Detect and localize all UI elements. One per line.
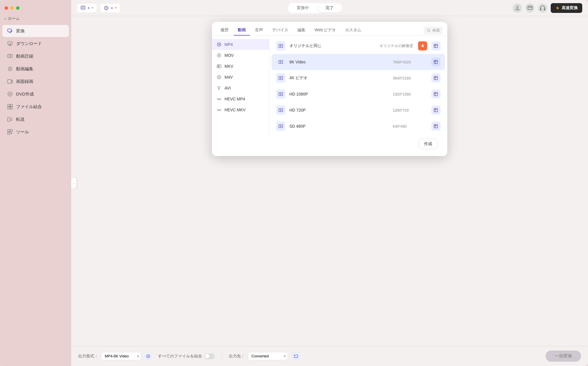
format-search[interactable]: 検索 [424, 26, 443, 34]
search-placeholder: 検索 [432, 28, 440, 33]
dvd-icon [7, 91, 13, 97]
output-format-select-wrapper: MP4-8K Video [101, 352, 141, 360]
svg-point-25 [217, 54, 221, 57]
batch-convert-button[interactable]: 一括変換 [546, 351, 581, 362]
option-hd1080[interactable]: HD 1080P 1920*1080 [272, 86, 445, 102]
option-res-8k: 7680*4320 [393, 60, 427, 64]
format-tab-edit[interactable]: 編集 [293, 25, 310, 36]
format-item-mov[interactable]: MOV [212, 50, 269, 61]
format-picker: 履歴 動画 音声 デバイス 編集 Web ビデオ カスタム 検索 [212, 22, 447, 156]
create-button[interactable]: 作成 [418, 139, 438, 149]
sidebar: ‹ ホーム 変換 ダウンロード [0, 0, 71, 366]
format-tab-history[interactable]: 履歴 [216, 25, 233, 36]
avatar-icon[interactable] [513, 3, 522, 13]
option-label-sd480: SD 480P [289, 124, 389, 129]
sidebar-item-tools[interactable]: ツール [2, 126, 69, 138]
minimize-button[interactable] [10, 6, 14, 10]
svg-rect-8 [8, 104, 10, 107]
format-tab-custom[interactable]: カスタム [341, 25, 365, 36]
convert-label: 変換 [16, 28, 25, 34]
merge-label: すべてのファイルを結合 [158, 354, 202, 359]
format-tab-video[interactable]: 動画 [234, 25, 250, 36]
download-icon [7, 40, 13, 47]
sidebar-item-edit[interactable]: 動画編集 [2, 63, 69, 75]
notification-icon[interactable] [525, 3, 535, 13]
output-format-select[interactable]: MP4-8K Video [101, 352, 141, 360]
back-home-button[interactable]: ‹ ホーム [0, 14, 71, 25]
format-label-mp4: MP4 [225, 42, 233, 47]
sidebar-item-record[interactable]: 画面録画 [2, 75, 69, 87]
format-item-mkv[interactable]: MKV [212, 61, 269, 72]
output-format-field: 出力形式： MP4-8K Video [78, 352, 152, 360]
svg-point-26 [219, 55, 220, 56]
maximize-button[interactable] [16, 6, 20, 10]
output-format-icon[interactable] [144, 352, 152, 360]
close-button[interactable] [5, 6, 8, 10]
format-item-mp4[interactable]: MP4 [212, 39, 269, 50]
option-settings-8k[interactable] [431, 57, 440, 67]
option-settings-sd480[interactable] [431, 122, 440, 131]
svg-rect-33 [434, 60, 438, 64]
format-item-m4v[interactable]: M4V [212, 72, 269, 83]
main-content: ＋ ▾ ＋ ▾ 変換中 完了 [71, 0, 588, 366]
output-dest-select-wrapper: Converted [248, 352, 288, 360]
format-tab-webvideo[interactable]: Web ビデオ [311, 25, 340, 36]
format-label-hevc-mkv: HEVC MKV [225, 108, 245, 112]
sidebar-item-compress[interactable]: 動画圧縮 [2, 50, 69, 62]
headset-icon[interactable] [538, 3, 547, 13]
option-settings-same[interactable] [431, 41, 440, 50]
svg-rect-14 [10, 130, 13, 132]
svg-rect-31 [434, 44, 438, 48]
svg-point-43 [148, 356, 149, 357]
output-dest-select[interactable]: Converted [248, 352, 288, 360]
sidebar-item-dvd[interactable]: DVD作成 [2, 88, 69, 100]
fast-convert-button[interactable]: 高速変換 [551, 3, 582, 13]
option-icon-sd480 [276, 122, 285, 131]
option-4k[interactable]: 4K ビデオ 3840*2160 [272, 70, 445, 86]
merge-files-toggle: すべてのファイルを結合 [158, 353, 215, 359]
tab-done[interactable]: 完了 [318, 4, 342, 12]
topbar-right [513, 3, 547, 13]
option-sd480[interactable]: SD 480P 640*480 [272, 118, 445, 134]
option-hd720[interactable]: HD 720P 1280*720 [272, 102, 445, 118]
sidebar-item-download[interactable]: ダウンロード [2, 38, 69, 50]
svg-rect-11 [10, 107, 13, 109]
add-video-button[interactable]: ＋ ▾ [77, 4, 97, 12]
svg-point-3 [9, 55, 11, 57]
sidebar-item-convert[interactable]: 変換 [2, 25, 69, 37]
merge-switch[interactable] [204, 353, 215, 359]
format-tab-audio[interactable]: 音声 [251, 25, 267, 36]
format-item-hevc-mkv[interactable]: HEVC MKV [212, 104, 269, 115]
option-icon-same [276, 41, 285, 50]
format-label-mov: MOV [225, 53, 234, 58]
svg-rect-15 [8, 132, 10, 135]
format-item-avi[interactable]: AVI [212, 83, 269, 94]
svg-rect-10 [8, 107, 10, 109]
folder-browse-button[interactable] [292, 352, 300, 360]
content-area: 履歴 動画 音声 デバイス 編集 Web ビデオ カスタム 検索 [71, 16, 588, 346]
separator [222, 353, 222, 360]
edit-label: 動画編集 [16, 66, 33, 72]
add-audio-button[interactable]: ＋ ▾ [100, 4, 120, 12]
option-settings-hd1080[interactable] [431, 89, 440, 99]
sidebar-collapse-button[interactable]: ‹ [71, 178, 76, 188]
option-icon-hd720 [276, 106, 285, 115]
dvd-label: DVD作成 [16, 92, 34, 97]
option-settings-4k[interactable] [431, 73, 440, 83]
sidebar-item-merge[interactable]: ファイル結合 [2, 101, 69, 113]
option-same-as-original[interactable]: オリジナルと同じ オリジナルの解像度 [272, 38, 445, 54]
format-item-hevc-mp4[interactable]: HEVC MP4 [212, 94, 269, 104]
option-res-hd720: 1280*720 [393, 108, 427, 112]
format-options: オリジナルと同じ オリジナルの解像度 [269, 38, 447, 134]
option-rocket-same[interactable] [418, 41, 427, 50]
format-tab-device[interactable]: デバイス [268, 25, 292, 36]
tab-converting[interactable]: 変換中 [289, 4, 317, 12]
format-label-hevc-mp4: HEVC MP4 [225, 97, 245, 101]
sidebar-item-transfer[interactable]: 転送 [2, 113, 69, 125]
option-res-hd1080: 1920*1080 [393, 92, 427, 96]
option-label-hd720: HD 720P [289, 108, 389, 112]
option-settings-hd720[interactable] [431, 106, 440, 115]
tab-toggle: 変換中 完了 [288, 3, 343, 13]
svg-rect-27 [217, 65, 221, 68]
option-8k[interactable]: 8K Video 7680*4320 [272, 54, 445, 70]
